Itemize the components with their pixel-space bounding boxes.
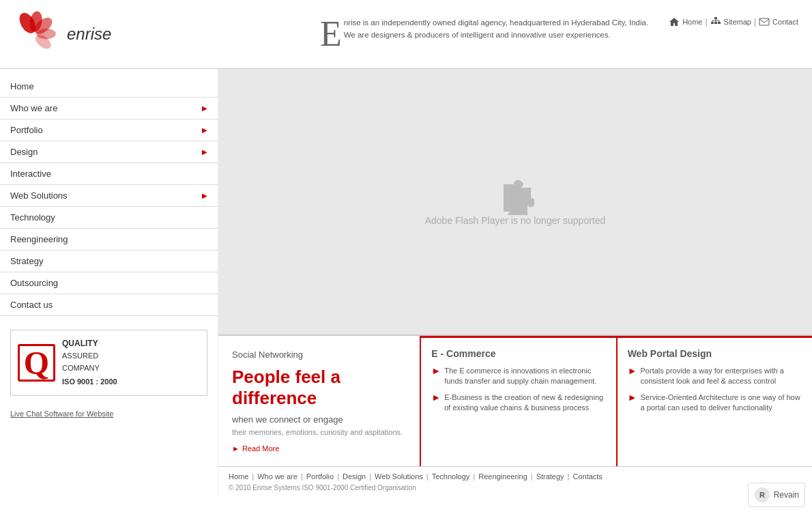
sitemap-icon (710, 16, 721, 27)
social-sub: when we connect or engage (232, 414, 406, 425)
sidebar-link[interactable]: Who we are▶ (0, 98, 218, 119)
sidebar-arrow-icon: ▶ (202, 104, 207, 112)
quality-line2: ASSURED (62, 350, 117, 362)
footer-nav-link[interactable]: Design (343, 472, 366, 481)
svg-rect-8 (718, 22, 721, 24)
tagline: E nrise is an independently owned digita… (320, 16, 648, 52)
bullet-icon: ► (431, 392, 441, 414)
sidebar-item: Contact us (0, 294, 218, 316)
sidebar-item: Strategy (0, 251, 218, 272)
sidebar-arrow-icon: ▶ (202, 148, 207, 156)
home-icon (669, 16, 680, 27)
tagline-initial: E (320, 16, 342, 52)
footer-navigation: Home|Who we are|Portfolio|Design|Web Sol… (229, 472, 802, 481)
sidebar-link[interactable]: Contact us (0, 294, 218, 315)
sidebar-link[interactable]: Reengineering (0, 229, 218, 250)
contact-icon (759, 16, 770, 27)
social-section: Social Networking People feel a differen… (218, 336, 421, 466)
sidebar-item: Interactive (0, 163, 218, 185)
quality-line1: QUALITY (62, 337, 117, 350)
logo-area: enrise (7, 7, 111, 61)
footer: Home|Who we are|Portfolio|Design|Web Sol… (218, 466, 812, 497)
footer-separator: | (369, 472, 371, 481)
top-nav-home[interactable]: Home (682, 18, 702, 26)
social-detail: their memories, emotions, curiosity and … (232, 428, 406, 436)
sidebar-item: Reengineering (0, 229, 218, 251)
quality-badge: Q QUALITY ASSURED COMPANY ISO 9001 : 200… (10, 330, 207, 396)
tagline-text: nrise is an independently owned digital … (344, 18, 648, 39)
sidebar-item: Outsourcing (0, 272, 218, 294)
logo-icon (7, 7, 61, 61)
portal-section: Web Portal Design ►Portals provide a way… (618, 336, 812, 466)
quality-line4: ISO 9001 : 2000 (62, 376, 117, 388)
ecommerce-item: ►The E commerce is innovations in electr… (431, 366, 605, 387)
sidebar-arrow-icon: ▶ (202, 126, 207, 134)
footer-nav-link[interactable]: Contacts (572, 472, 602, 481)
ecommerce-section: E - Commerce ►The E commerce is innovati… (421, 336, 617, 466)
read-more-link[interactable]: ► Read More (232, 444, 406, 453)
quality-q-letter: Q (18, 344, 55, 382)
tagline-line2: We are designers & producers of intellig… (344, 31, 611, 39)
arrow-icon: ► (232, 444, 240, 453)
nav-separator-2: | (754, 17, 756, 27)
sidebar-link[interactable]: Interactive (0, 163, 218, 184)
header-right: E nrise is an independently owned digita… (320, 16, 798, 52)
sidebar-link[interactable]: Technology (0, 207, 218, 228)
read-more-label: Read More (242, 444, 279, 453)
footer-nav-link[interactable]: Technology (432, 472, 470, 481)
footer-nav-link[interactable]: Who we are (257, 472, 298, 481)
tagline-line1: nrise is an independently owned digital … (344, 18, 648, 27)
sidebar-item: Technology (0, 207, 218, 229)
flash-message: Adobe Flash Player is no longer supporte… (425, 215, 606, 226)
live-chat-link[interactable]: Live Chat Software for Website (10, 410, 207, 418)
revain-label: Revain (774, 490, 799, 497)
sidebar-link[interactable]: Portfolio▶ (0, 119, 218, 141)
footer-nav-link[interactable]: Strategy (536, 472, 564, 481)
sidebar-link[interactable]: Design▶ (0, 141, 218, 162)
svg-rect-6 (711, 22, 714, 24)
footer-separator: | (473, 472, 475, 481)
nav-separator: | (705, 17, 707, 27)
main-content: Adobe Flash Player is no longer supporte… (218, 69, 812, 497)
top-nav-contact[interactable]: Contact (772, 18, 798, 26)
quality-text: QUALITY ASSURED COMPANY ISO 9001 : 2000 (62, 337, 117, 388)
bullet-icon: ► (431, 366, 441, 387)
footer-separator: | (568, 472, 570, 481)
ecommerce-item: ►E-Business is the creation of new & red… (431, 392, 605, 414)
footer-separator: | (337, 472, 339, 481)
sidebar-arrow-icon: ▶ (202, 192, 207, 199)
puzzle-icon (497, 177, 534, 215)
portal-title: Web Portal Design (628, 348, 802, 359)
portal-item: ►Service-Oriented Architecture is one wa… (628, 392, 802, 414)
bullet-icon: ► (628, 366, 637, 387)
main-layout: HomeWho we are▶Portfolio▶Design▶Interact… (0, 69, 812, 497)
svg-rect-5 (714, 17, 717, 19)
sidebar-item: Portfolio▶ (0, 119, 218, 141)
sidebar-link[interactable]: Outsourcing (0, 272, 218, 294)
ecommerce-title: E - Commerce (431, 348, 605, 359)
ecommerce-items: ►The E commerce is innovations in electr… (431, 366, 605, 414)
top-nav-sitemap[interactable]: Sitemap (724, 18, 751, 26)
bottom-sections: Social Networking People feel a differen… (218, 335, 812, 466)
svg-rect-7 (714, 22, 717, 24)
sidebar-item: Who we are▶ (0, 98, 218, 119)
sidebar-link[interactable]: Web Solutions▶ (0, 185, 218, 206)
sidebar-link[interactable]: Strategy (0, 251, 218, 272)
svg-rect-14 (759, 18, 769, 25)
header: enrise E nrise is an independently owned… (0, 0, 812, 69)
footer-nav-link[interactable]: Web Solutions (375, 472, 423, 481)
svg-text:R: R (759, 491, 765, 497)
logo-text: enrise (67, 25, 111, 44)
bullet-icon: ► (628, 392, 637, 414)
footer-nav-link[interactable]: Reengineering (478, 472, 527, 481)
revain-badge: R Revain (748, 483, 805, 497)
footer-copyright: © 2010 Enrise Systems ISO 9001-2000 Cert… (229, 484, 802, 491)
social-heading: People feel a difference (232, 367, 406, 409)
flash-area: Adobe Flash Player is no longer supporte… (218, 69, 812, 335)
footer-nav-link[interactable]: Portfolio (306, 472, 334, 481)
footer-nav-link[interactable]: Home (229, 472, 248, 481)
footer-separator: | (426, 472, 429, 481)
sidebar-link[interactable]: Home (0, 76, 218, 97)
footer-separator: | (531, 472, 533, 481)
sidebar-item: Web Solutions▶ (0, 185, 218, 207)
